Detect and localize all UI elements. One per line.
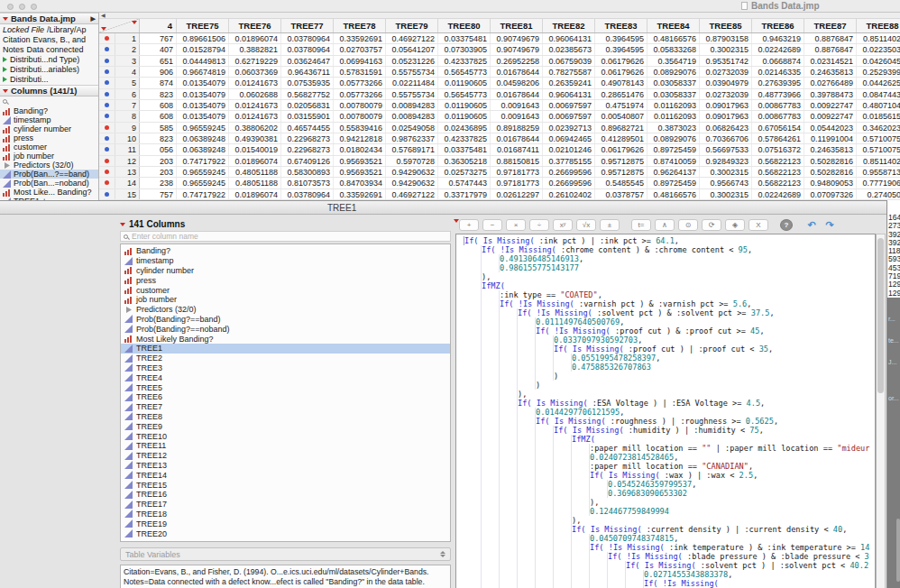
data-cell[interactable]: 0.06179626 [595,144,647,154]
data-cell[interactable]: 0.00867783 [752,100,804,110]
data-cell[interactable]: 0.01354079 [177,100,229,110]
undo-button[interactable]: ↶ [804,219,819,231]
data-cell[interactable]: 0.07097326 [804,189,857,199]
data-cell[interactable]: 0.49078143 [595,78,647,87]
formula-line[interactable]: 0.0551995478258397, [464,354,875,363]
column-header-tree78[interactable]: TREE78 [334,19,386,32]
column-header-tree88[interactable]: TREE88 [857,19,900,32]
data-cell[interactable]: 0.3964595 [595,44,647,54]
data-cell[interactable]: 0.00922747 [804,100,857,110]
formula-line[interactable]: 0.986155775143177 [464,263,875,272]
data-cell[interactable]: 0.3002315 [700,44,752,54]
row-state-cell[interactable] [99,56,115,66]
row-state-dot[interactable] [105,192,109,197]
data-cell[interactable]: 0.03155901 [281,111,334,121]
data-cell[interactable]: 0.74717922 [177,189,229,199]
columns-menu-icon[interactable] [132,21,137,24]
row-state-dot[interactable] [105,92,109,96]
data-cell[interactable]: 0.03780964 [281,189,334,199]
data-cell[interactable]: 0.27639395 [752,78,804,87]
data-cell[interactable]: 0.96674819 [177,67,229,77]
row-number-cell[interactable]: 3 [115,56,140,66]
switch-sign-button[interactable]: ± [600,219,620,231]
data-cell[interactable]: 0.3882821 [229,44,281,54]
data-cell-partial[interactable]: 056 [140,144,177,154]
sidebar-column-item[interactable]: Most Like... Banding? [0,188,98,197]
data-cell[interactable]: 0.02385673 [543,44,595,54]
column-header-tree82[interactable]: TREE82 [543,19,595,32]
data-cell[interactable]: 0.01687411 [491,144,543,154]
data-cell[interactable]: 0.02314521 [804,56,857,66]
data-cell[interactable]: 0.02766489 [804,78,857,87]
formula-line[interactable]: 0.0111497640500769, [464,317,875,326]
formula-scrollbar[interactable] [876,234,886,588]
column-header-tree80[interactable]: TREE80 [438,19,491,32]
column-header-tree79[interactable]: TREE79 [386,19,438,32]
data-cell[interactable]: 0.92849323 [700,156,752,166]
data-cell[interactable]: 0.95712875 [595,156,647,166]
data-cell[interactable]: 0.37785155 [543,156,595,166]
data-cell[interactable]: 0.01856156 [857,111,900,121]
row-state-cell[interactable] [99,89,115,99]
row-number-cell[interactable]: 5 [115,78,140,87]
table-variables-select[interactable]: Table Variables [120,547,451,561]
data-cell[interactable]: 0.05773266 [334,78,386,87]
row-number-cell[interactable]: 1 [115,33,140,43]
data-cell[interactable]: 0.24635813 [804,67,857,77]
row-number-cell[interactable]: 13 [115,167,140,177]
data-cell[interactable]: 0.05833268 [647,44,700,54]
data-cell[interactable]: 0.57100753 [857,144,900,154]
sidebar-column-item[interactable]: press [0,133,98,142]
data-cell[interactable]: 0.00780079 [334,111,386,121]
column-filter-input[interactable]: Enter column name [120,231,451,242]
sidebar-column-item[interactable]: cylinder number [0,124,98,133]
data-cell[interactable]: 0.02056831 [281,100,334,110]
data-cell[interactable]: 0.49390381 [229,133,281,143]
data-cell[interactable]: 0.48166576 [647,33,700,43]
data-cell[interactable]: 0.05442023 [804,123,857,133]
evaluate-button[interactable]: ◈ [725,219,745,231]
row-state-dot[interactable] [105,170,109,174]
data-cell[interactable]: 0.06179626 [595,56,647,66]
columns-search[interactable] [0,96,98,106]
data-cell[interactable]: 0.00780079 [334,100,386,110]
data-cell[interactable]: 0.62719229 [229,56,281,66]
data-cell[interactable]: 0.3564719 [647,56,700,66]
row-state-cell[interactable] [99,144,115,154]
formula-window-titlebar[interactable]: TREE1 [0,201,886,215]
formula-column-item[interactable]: TREE13 [121,461,450,471]
redo-button[interactable]: ↷ [822,219,837,231]
data-cell[interactable]: 0.08929076 [647,133,700,143]
column-header-tree87[interactable]: TREE87 [804,19,857,32]
data-cell[interactable]: 0.89725459 [647,144,700,154]
formula-line[interactable]: 0.124467759849994 [464,507,875,516]
column-header-tree85[interactable]: TREE85 [700,19,752,32]
data-cell[interactable]: 0.58300893 [281,167,334,177]
formula-column-item[interactable]: TREE6 [121,392,450,402]
formula-column-item[interactable]: Most Likely Banding? [121,334,450,344]
formula-canvas[interactable]: If( Is Missing( :ink pct ) | :ink pct >=… [455,234,876,588]
data-cell[interactable]: 0.46927122 [386,189,438,199]
data-cell-partial[interactable]: 767 [140,33,177,43]
data-cell[interactable]: 0.03780964 [281,44,334,54]
data-cell[interactable]: 0.00894283 [386,111,438,121]
row-state-cell[interactable] [99,133,115,143]
formula-line[interactable]: If( !Is Missing( :proof cut ) & :proof c… [464,326,875,335]
data-cell-partial[interactable]: 203 [140,167,177,177]
data-cell[interactable]: 0.42337825 [438,56,491,66]
minimize-button[interactable] [19,4,25,10]
data-cell[interactable]: 0.85114022 [857,156,900,166]
data-cell[interactable]: 0.50282816 [804,167,857,177]
data-cell[interactable]: 0.95712875 [595,167,647,177]
data-cell[interactable]: 0.11991004 [804,133,857,143]
formula-column-item[interactable]: press [121,275,450,285]
formula-column-item[interactable]: TREE2 [121,354,450,363]
data-cell[interactable]: 0.05231226 [386,56,438,66]
columns-panel-header[interactable]: Columns (141/1) [0,85,98,96]
formula-line[interactable]: ), [464,272,875,281]
data-cell[interactable]: 0.22968273 [281,133,334,143]
data-cell[interactable]: 0.24635813 [804,144,857,154]
data-cell[interactable]: 0.0091643 [491,111,543,121]
row-number-cell[interactable]: 9 [115,123,140,133]
data-cell[interactable]: 0.84703934 [334,178,386,188]
